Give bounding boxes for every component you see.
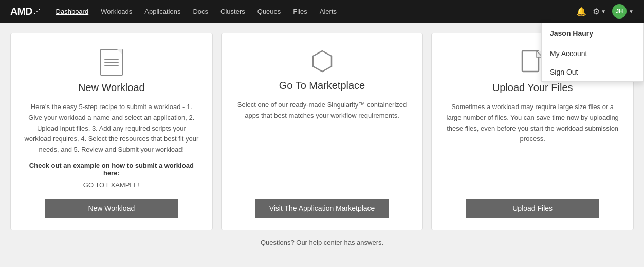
gear-chevron-icon: ▼ <box>601 9 606 14</box>
new-workload-bold: Check out an example on how to submit a … <box>23 162 200 177</box>
nav-right: 🔔 ⚙ ▼ JH ▼ <box>576 4 634 19</box>
amd-logo-text: AMD <box>10 6 32 17</box>
new-workload-button[interactable]: New Workload <box>45 199 178 218</box>
nav-alerts[interactable]: Alerts <box>320 8 337 15</box>
marketplace-body: Select one of our ready-made Singularity… <box>234 100 411 193</box>
svg-rect-1 <box>522 51 539 72</box>
footer-text: Questions? Our help center has answers. <box>261 239 383 246</box>
new-workload-body: Here's the easy 5-step recipe to submit … <box>23 102 200 155</box>
amd-logo-arrow: ⋰ <box>33 7 41 15</box>
upload-files-title: Upload Your Files <box>492 82 573 94</box>
nav-workloads[interactable]: Workloads <box>101 8 132 15</box>
nav-queues[interactable]: Queues <box>257 8 281 15</box>
dropdown-username: Jason Haury <box>542 23 643 44</box>
svg-marker-0 <box>313 51 332 72</box>
marketplace-icon <box>310 49 335 74</box>
settings-gear-icon[interactable]: ⚙ ▼ <box>593 7 606 16</box>
marketplace-button[interactable]: Visit The Application Marketplace <box>255 199 389 218</box>
nav-dashboard[interactable]: Dashboard <box>56 8 89 15</box>
marketplace-card: Go To Marketplace Select one of our read… <box>221 33 424 230</box>
navigation: AMD ⋰ Dashboard Workloads Applications D… <box>0 0 644 23</box>
sign-out-item[interactable]: Sign Out <box>542 63 643 81</box>
new-workload-title: New Workload <box>78 82 145 94</box>
upload-files-button[interactable]: Upload Files <box>466 199 599 218</box>
cards-row: New Workload Here's the easy 5-step reci… <box>10 33 634 230</box>
my-account-item[interactable]: My Account <box>542 44 643 63</box>
account-dropdown: Jason Haury My Account Sign Out <box>541 23 644 82</box>
notification-bell-icon[interactable]: 🔔 <box>576 7 586 16</box>
nav-files[interactable]: Files <box>293 8 307 15</box>
new-workload-card: New Workload Here's the easy 5-step reci… <box>10 33 213 230</box>
nav-applications[interactable]: Applications <box>144 8 180 15</box>
user-avatar-wrapper[interactable]: JH ▼ <box>612 4 634 19</box>
marketplace-title: Go To Marketplace <box>279 80 365 92</box>
avatar: JH <box>612 4 627 19</box>
footer: Questions? Our help center has answers. <box>0 230 644 255</box>
amd-logo: AMD ⋰ <box>10 6 41 17</box>
upload-files-body: Sometimes a workload may require large s… <box>444 102 621 193</box>
nav-links: Dashboard Workloads Applications Docs Cl… <box>56 8 577 15</box>
nav-clusters[interactable]: Clusters <box>220 8 245 15</box>
avatar-chevron-icon: ▼ <box>629 9 634 14</box>
new-workload-link[interactable]: GO TO EXAMPLE! <box>83 181 140 189</box>
nav-docs[interactable]: Docs <box>193 8 208 15</box>
workload-icon <box>100 49 123 76</box>
